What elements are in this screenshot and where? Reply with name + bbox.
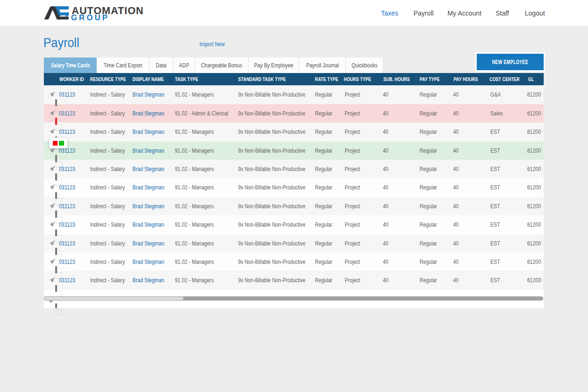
svg-text:GROUP: GROUP xyxy=(71,13,110,22)
